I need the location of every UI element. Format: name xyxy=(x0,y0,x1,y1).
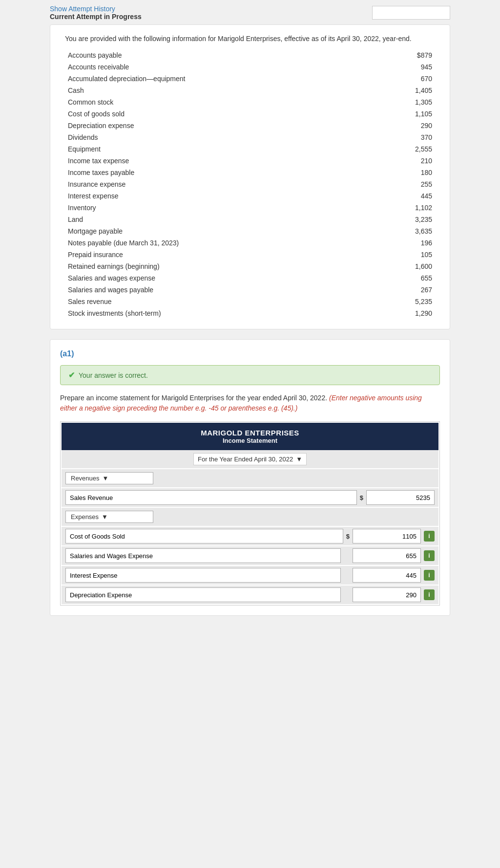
account-value: 1,405 xyxy=(324,85,435,96)
account-row: Salaries and wages payable267 xyxy=(65,284,435,296)
account-value: 670 xyxy=(324,73,435,85)
sales-revenue-row: $ xyxy=(62,488,438,507)
info-button[interactable]: i xyxy=(424,531,435,542)
account-row: Notes payable (due March 31, 2023)196 xyxy=(65,237,435,249)
expense-value-input[interactable] xyxy=(353,568,421,583)
top-right-box xyxy=(372,6,450,20)
account-value: 3,235 xyxy=(324,214,435,225)
account-name: Common stock xyxy=(65,96,324,108)
expense-data-row-3: i xyxy=(62,586,438,604)
current-attempt-label: Current Attempt in Progress xyxy=(50,13,142,21)
account-value: 290 xyxy=(324,120,435,131)
expense-value-input[interactable] xyxy=(353,548,421,563)
account-row: Land3,235 xyxy=(65,214,435,225)
expenses-section-row: Expenses ▼ xyxy=(62,508,438,526)
expense-row: i xyxy=(62,586,438,604)
account-row: Retained earnings (beginning)1,600 xyxy=(65,260,435,272)
account-name: Prepaid insurance xyxy=(65,249,324,260)
account-name: Accumulated depreciation—equipment xyxy=(65,73,324,85)
date-dropdown[interactable]: For the Year Ended April 30, 2022 ▼ xyxy=(193,453,307,465)
revenues-label: Revenues xyxy=(71,475,100,482)
account-value: 1,290 xyxy=(324,307,435,319)
account-row: Prepaid insurance105 xyxy=(65,249,435,260)
sales-revenue-data-row: $ xyxy=(62,488,438,507)
account-value: 267 xyxy=(324,284,435,296)
account-row: Interest expense445 xyxy=(65,190,435,202)
expenses-dropdown[interactable]: Expenses ▼ xyxy=(65,511,153,523)
account-row: Dividends370 xyxy=(65,131,435,143)
account-name: Sales revenue xyxy=(65,296,324,307)
account-name: Dividends xyxy=(65,131,324,143)
expense-dollar-sign: $ xyxy=(346,533,350,540)
expense-data-row-0: $ i xyxy=(62,527,438,545)
account-name: Equipment xyxy=(65,143,324,155)
account-value: 2,555 xyxy=(324,143,435,155)
account-row: Mortgage payable3,635 xyxy=(65,225,435,237)
section-a1-label: (a1) xyxy=(60,349,440,358)
account-row: Accumulated depreciation—equipment670 xyxy=(65,73,435,85)
checkmark-icon: ✔ xyxy=(68,370,75,380)
account-row: Cost of goods sold1,105 xyxy=(65,108,435,120)
account-name: Accounts payable xyxy=(65,49,324,61)
account-name: Notes payable (due March 31, 2023) xyxy=(65,237,324,249)
account-value: 105 xyxy=(324,249,435,260)
account-name: Retained earnings (beginning) xyxy=(65,260,324,272)
revenues-dropdown[interactable]: Revenues ▼ xyxy=(65,472,153,484)
account-name: Interest expense xyxy=(65,190,324,202)
account-value: 3,635 xyxy=(324,225,435,237)
expense-row: i xyxy=(62,566,438,585)
account-value: 1,600 xyxy=(324,260,435,272)
account-name: Cash xyxy=(65,85,324,96)
account-row: Sales revenue5,235 xyxy=(65,296,435,307)
expense-label-input[interactable] xyxy=(65,587,341,602)
account-value: 5,235 xyxy=(324,296,435,307)
income-statement-table: MARIGOLD ENTERPRISES Income Statement Fo… xyxy=(60,421,440,606)
sales-revenue-value-input[interactable] xyxy=(366,490,435,505)
correct-banner: ✔ Your answer is correct. xyxy=(60,365,440,385)
account-name: Insurance expense xyxy=(65,178,324,190)
account-row: Cash1,405 xyxy=(65,85,435,96)
info-button[interactable]: i xyxy=(424,589,435,600)
sales-revenue-label-input[interactable] xyxy=(65,490,357,505)
account-table: Accounts payable$879Accounts receivable9… xyxy=(65,49,435,319)
account-name: Depreciation expense xyxy=(65,120,324,131)
account-value: $879 xyxy=(324,49,435,61)
date-dropdown-icon: ▼ xyxy=(296,456,302,463)
revenues-icon: ▼ xyxy=(103,475,109,482)
expense-value-input[interactable] xyxy=(353,587,421,602)
expense-label-input[interactable] xyxy=(65,568,341,583)
account-name: Accounts receivable xyxy=(65,61,324,73)
section-a1: (a1) ✔ Your answer is correct. Prepare a… xyxy=(50,339,450,616)
account-value: 945 xyxy=(324,61,435,73)
info-button[interactable]: i xyxy=(424,550,435,561)
is-date-row: For the Year Ended April 30, 2022 ▼ xyxy=(62,450,438,468)
account-value: 655 xyxy=(324,272,435,284)
account-value: 255 xyxy=(324,178,435,190)
date-label: For the Year Ended April 30, 2022 xyxy=(198,456,293,463)
account-name: Land xyxy=(65,214,324,225)
expense-row: i xyxy=(62,546,438,565)
account-row: Accounts receivable945 xyxy=(65,61,435,73)
account-row: Depreciation expense290 xyxy=(65,120,435,131)
instructions: Prepare an income statement for Marigold… xyxy=(60,393,440,413)
account-row: Common stock1,305 xyxy=(65,96,435,108)
expense-value-input[interactable] xyxy=(353,529,421,543)
account-value: 196 xyxy=(324,237,435,249)
account-name: Mortgage payable xyxy=(65,225,324,237)
account-name: Cost of goods sold xyxy=(65,108,324,120)
account-row: Income taxes payable180 xyxy=(65,167,435,178)
top-bar: Show Attempt History Current Attempt in … xyxy=(50,5,450,21)
show-attempt-link[interactable]: Show Attempt History xyxy=(50,5,115,13)
expense-label-input[interactable] xyxy=(65,548,341,563)
account-value: 1,105 xyxy=(324,108,435,120)
sales-dollar-sign: $ xyxy=(360,494,363,501)
account-name: Inventory xyxy=(65,202,324,214)
account-name: Salaries and wages payable xyxy=(65,284,324,296)
account-name: Income taxes payable xyxy=(65,167,324,178)
account-row: Income tax expense210 xyxy=(65,155,435,167)
account-row: Equipment2,555 xyxy=(65,143,435,155)
company-name: MARIGOLD ENTERPRISES xyxy=(65,429,435,437)
info-button[interactable]: i xyxy=(424,570,435,581)
account-value: 1,305 xyxy=(324,96,435,108)
expense-label-input[interactable] xyxy=(65,529,343,543)
